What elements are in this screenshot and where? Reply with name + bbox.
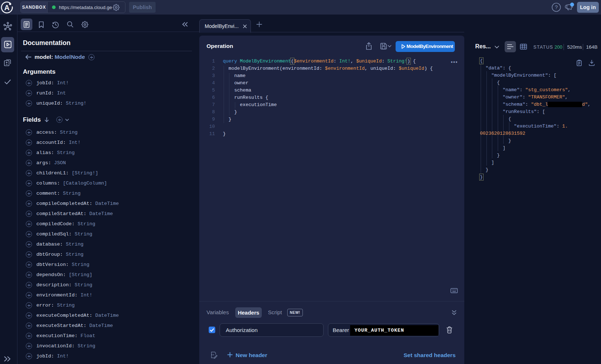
svg-text:?: ?: [555, 4, 558, 10]
svg-text:A: A: [4, 4, 9, 12]
